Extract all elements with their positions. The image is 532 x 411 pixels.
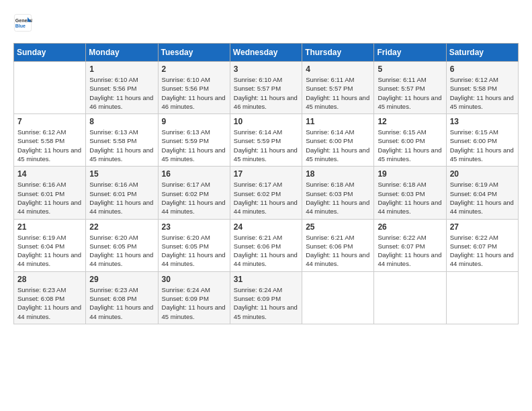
logo: General Blue — [13, 13, 35, 32]
day-info: Sunrise: 6:18 AM Sunset: 6:03 PM Dayligh… — [378, 180, 442, 216]
page-header: General Blue — [13, 13, 519, 32]
calendar-cell: 9Sunrise: 6:13 AM Sunset: 5:59 PM Daylig… — [158, 114, 230, 167]
day-info: Sunrise: 6:16 AM Sunset: 6:01 PM Dayligh… — [89, 180, 154, 216]
day-number: 18 — [306, 169, 370, 179]
day-number: 14 — [17, 169, 82, 179]
day-number: 12 — [378, 117, 442, 126]
day-info: Sunrise: 6:24 AM Sunset: 6:09 PM Dayligh… — [234, 285, 298, 321]
day-number: 1 — [89, 64, 154, 74]
day-info: Sunrise: 6:14 AM Sunset: 5:59 PM Dayligh… — [234, 128, 298, 163]
day-number: 11 — [306, 117, 370, 126]
calendar-cell: 17Sunrise: 6:17 AM Sunset: 6:02 PM Dayli… — [230, 167, 302, 219]
day-info: Sunrise: 6:10 AM Sunset: 5:57 PM Dayligh… — [234, 75, 298, 111]
svg-text:Blue: Blue — [15, 24, 26, 28]
day-info: Sunrise: 6:13 AM Sunset: 5:59 PM Dayligh… — [162, 128, 226, 163]
day-number: 2 — [162, 64, 226, 74]
day-info: Sunrise: 6:23 AM Sunset: 6:08 PM Dayligh… — [17, 285, 82, 321]
week-row-1: 1Sunrise: 6:10 AM Sunset: 5:56 PM Daylig… — [14, 62, 519, 114]
day-number: 3 — [234, 64, 298, 74]
day-info: Sunrise: 6:19 AM Sunset: 6:04 PM Dayligh… — [450, 180, 515, 216]
day-info: Sunrise: 6:20 AM Sunset: 6:05 PM Dayligh… — [162, 233, 226, 269]
calendar-cell: 29Sunrise: 6:23 AM Sunset: 6:08 PM Dayli… — [86, 271, 158, 324]
day-info: Sunrise: 6:14 AM Sunset: 6:00 PM Dayligh… — [306, 128, 370, 163]
day-info: Sunrise: 6:22 AM Sunset: 6:07 PM Dayligh… — [450, 233, 515, 269]
day-info: Sunrise: 6:10 AM Sunset: 5:56 PM Dayligh… — [89, 75, 154, 111]
calendar-cell: 25Sunrise: 6:21 AM Sunset: 6:06 PM Dayli… — [302, 219, 374, 271]
day-number: 30 — [162, 275, 226, 284]
logo-icon: General Blue — [13, 13, 32, 32]
day-info: Sunrise: 6:15 AM Sunset: 6:00 PM Dayligh… — [378, 128, 442, 163]
calendar-cell: 1Sunrise: 6:10 AM Sunset: 5:56 PM Daylig… — [86, 62, 158, 114]
day-header-monday: Monday — [86, 44, 158, 62]
day-number: 10 — [234, 117, 298, 126]
day-number: 29 — [89, 275, 154, 284]
header-row: SundayMondayTuesdayWednesdayThursdayFrid… — [14, 44, 519, 62]
day-header-sunday: Sunday — [14, 44, 86, 62]
calendar-cell: 14Sunrise: 6:16 AM Sunset: 6:01 PM Dayli… — [14, 167, 86, 219]
day-number: 22 — [89, 222, 154, 232]
svg-rect-0 — [14, 14, 31, 31]
day-header-friday: Friday — [374, 44, 446, 62]
calendar-cell — [14, 62, 86, 114]
day-header-wednesday: Wednesday — [230, 44, 302, 62]
day-number: 26 — [378, 222, 442, 232]
day-number: 6 — [450, 64, 515, 74]
day-number: 25 — [306, 222, 370, 232]
day-info: Sunrise: 6:12 AM Sunset: 5:58 PM Dayligh… — [17, 128, 82, 163]
day-header-thursday: Thursday — [302, 44, 374, 62]
calendar-cell: 15Sunrise: 6:16 AM Sunset: 6:01 PM Dayli… — [86, 167, 158, 219]
day-info: Sunrise: 6:15 AM Sunset: 6:00 PM Dayligh… — [450, 128, 515, 163]
day-number: 19 — [378, 169, 442, 179]
day-info: Sunrise: 6:17 AM Sunset: 6:02 PM Dayligh… — [234, 180, 298, 216]
calendar-cell: 21Sunrise: 6:19 AM Sunset: 6:04 PM Dayli… — [14, 219, 86, 271]
calendar-cell: 23Sunrise: 6:20 AM Sunset: 6:05 PM Dayli… — [158, 219, 230, 271]
calendar-cell: 10Sunrise: 6:14 AM Sunset: 5:59 PM Dayli… — [230, 114, 302, 167]
day-header-saturday: Saturday — [446, 44, 518, 62]
week-row-4: 21Sunrise: 6:19 AM Sunset: 6:04 PM Dayli… — [14, 219, 519, 271]
day-info: Sunrise: 6:16 AM Sunset: 6:01 PM Dayligh… — [17, 180, 82, 216]
calendar-table: SundayMondayTuesdayWednesdayThursdayFrid… — [13, 43, 519, 324]
calendar-cell: 16Sunrise: 6:17 AM Sunset: 6:02 PM Dayli… — [158, 167, 230, 219]
calendar-cell: 20Sunrise: 6:19 AM Sunset: 6:04 PM Dayli… — [446, 167, 518, 219]
day-number: 31 — [234, 275, 298, 284]
day-info: Sunrise: 6:20 AM Sunset: 6:05 PM Dayligh… — [89, 233, 154, 269]
day-header-tuesday: Tuesday — [158, 44, 230, 62]
day-number: 23 — [162, 222, 226, 232]
day-info: Sunrise: 6:18 AM Sunset: 6:03 PM Dayligh… — [306, 180, 370, 216]
week-row-5: 28Sunrise: 6:23 AM Sunset: 6:08 PM Dayli… — [14, 271, 519, 324]
week-row-2: 7Sunrise: 6:12 AM Sunset: 5:58 PM Daylig… — [14, 114, 519, 167]
calendar-cell: 28Sunrise: 6:23 AM Sunset: 6:08 PM Dayli… — [14, 271, 86, 324]
day-number: 7 — [17, 117, 82, 126]
day-number: 28 — [17, 275, 82, 284]
day-number: 16 — [162, 169, 226, 179]
day-number: 21 — [17, 222, 82, 232]
day-number: 17 — [234, 169, 298, 179]
day-number: 9 — [162, 117, 226, 126]
calendar-cell — [374, 271, 446, 324]
day-number: 8 — [89, 117, 154, 126]
calendar-cell: 11Sunrise: 6:14 AM Sunset: 6:00 PM Dayli… — [302, 114, 374, 167]
calendar-cell: 13Sunrise: 6:15 AM Sunset: 6:00 PM Dayli… — [446, 114, 518, 167]
day-info: Sunrise: 6:17 AM Sunset: 6:02 PM Dayligh… — [162, 180, 226, 216]
calendar-cell: 3Sunrise: 6:10 AM Sunset: 5:57 PM Daylig… — [230, 62, 302, 114]
day-number: 20 — [450, 169, 515, 179]
calendar-cell: 26Sunrise: 6:22 AM Sunset: 6:07 PM Dayli… — [374, 219, 446, 271]
day-info: Sunrise: 6:23 AM Sunset: 6:08 PM Dayligh… — [89, 285, 154, 321]
calendar-cell: 7Sunrise: 6:12 AM Sunset: 5:58 PM Daylig… — [14, 114, 86, 167]
day-info: Sunrise: 6:24 AM Sunset: 6:09 PM Dayligh… — [162, 285, 226, 321]
calendar-cell — [446, 271, 518, 324]
calendar-cell: 8Sunrise: 6:13 AM Sunset: 5:58 PM Daylig… — [86, 114, 158, 167]
day-info: Sunrise: 6:21 AM Sunset: 6:06 PM Dayligh… — [234, 233, 298, 269]
day-number: 13 — [450, 117, 515, 126]
day-number: 27 — [450, 222, 515, 232]
calendar-cell: 27Sunrise: 6:22 AM Sunset: 6:07 PM Dayli… — [446, 219, 518, 271]
day-number: 5 — [378, 64, 442, 74]
day-info: Sunrise: 6:12 AM Sunset: 5:58 PM Dayligh… — [450, 75, 515, 111]
day-info: Sunrise: 6:13 AM Sunset: 5:58 PM Dayligh… — [89, 128, 154, 163]
calendar-cell: 5Sunrise: 6:11 AM Sunset: 5:57 PM Daylig… — [374, 62, 446, 114]
calendar-cell: 24Sunrise: 6:21 AM Sunset: 6:06 PM Dayli… — [230, 219, 302, 271]
day-info: Sunrise: 6:10 AM Sunset: 5:56 PM Dayligh… — [162, 75, 226, 111]
calendar-cell: 2Sunrise: 6:10 AM Sunset: 5:56 PM Daylig… — [158, 62, 230, 114]
day-info: Sunrise: 6:21 AM Sunset: 6:06 PM Dayligh… — [306, 233, 370, 269]
calendar-cell: 30Sunrise: 6:24 AM Sunset: 6:09 PM Dayli… — [158, 271, 230, 324]
